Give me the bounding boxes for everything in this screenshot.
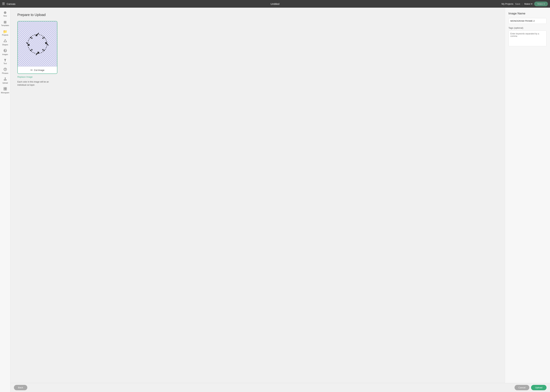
image-card: ✂ Cut Image xyxy=(17,21,57,74)
text-icon: T xyxy=(4,59,6,62)
svg-line-13 xyxy=(46,42,49,46)
svg-rect-8 xyxy=(5,87,7,89)
page-title: Prepare to Upload xyxy=(17,13,498,17)
topbar: ☰ Canvas Untitled My Projects Save | Mak… xyxy=(0,0,550,8)
sidebar-label-projects: Projects xyxy=(2,34,8,36)
document-title: Untitled xyxy=(271,2,280,5)
app-name: Canvas xyxy=(7,2,15,5)
images-icon xyxy=(3,49,7,53)
maker-button[interactable]: Maker ▾ xyxy=(524,3,532,5)
topbar-right: My Projects Save | Maker ▾ Make It xyxy=(501,1,548,6)
svg-rect-9 xyxy=(4,89,5,90)
sidebar-item-images[interactable]: Images xyxy=(1,48,10,56)
content-area: Prepare to Upload xyxy=(10,8,550,392)
svg-point-1 xyxy=(4,49,7,52)
tags-textarea[interactable] xyxy=(508,31,547,46)
svg-rect-7 xyxy=(4,87,5,89)
sidebar-label-new: New xyxy=(3,15,7,17)
image-name-input[interactable] xyxy=(508,18,547,24)
sidebar-item-shapes[interactable]: Shapes xyxy=(1,38,10,47)
maker-label: Maker xyxy=(524,3,530,5)
upload-button[interactable]: Upload xyxy=(531,385,547,390)
sidebar-label-shapes: Shapes xyxy=(2,44,8,46)
my-projects-link[interactable]: My Projects xyxy=(501,3,513,5)
projects-icon: 📁 xyxy=(3,29,7,34)
bottom-right-buttons: Cancel Upload xyxy=(515,385,547,390)
divider: | xyxy=(522,3,522,5)
main-layout: ⊕ New ⊞ Templates 📁 Projects Shapes Imag… xyxy=(0,8,550,392)
cut-image-bar: ✂ Cut Image xyxy=(18,67,57,73)
sidebar-item-phrases[interactable]: Phrases xyxy=(1,66,10,75)
sidebar-label-templates: Templates xyxy=(1,25,9,26)
sidebar-label-images: Images xyxy=(2,54,8,56)
right-panel: Image Name Tags (optional) xyxy=(505,8,550,383)
sidebar-item-monogram[interactable]: Monogram xyxy=(1,86,10,95)
cut-image-label: Cut Image xyxy=(34,69,44,71)
replace-image-link[interactable]: Replace Image xyxy=(17,76,498,78)
back-button[interactable]: Back xyxy=(14,385,27,390)
sidebar-label-phrases: Phrases xyxy=(2,72,8,74)
sidebar-item-upload[interactable]: Upload xyxy=(1,76,10,85)
sidebar-item-projects[interactable]: 📁 Projects xyxy=(1,28,10,37)
cut-image-svg xyxy=(23,30,51,58)
upload-icon xyxy=(3,77,7,82)
phrases-icon xyxy=(3,68,7,72)
shapes-icon xyxy=(3,39,7,43)
bottom-bar: Back Cancel Upload xyxy=(10,383,550,392)
sidebar-label-upload: Upload xyxy=(2,82,8,84)
make-it-button[interactable]: Make It xyxy=(534,1,548,6)
sidebar-label-monogram: Monogram xyxy=(1,92,9,94)
sidebar-item-new[interactable]: ⊕ New xyxy=(1,9,10,18)
upload-panel: Prepare to Upload xyxy=(10,8,550,383)
cancel-button[interactable]: Cancel xyxy=(515,385,529,390)
templates-icon: ⊞ xyxy=(4,20,7,24)
save-button[interactable]: Save xyxy=(515,3,520,5)
image-name-heading: Image Name xyxy=(508,12,547,15)
chevron-down-icon: ▾ xyxy=(531,3,532,5)
tags-label: Tags (optional) xyxy=(508,27,547,29)
monogram-icon xyxy=(3,87,7,91)
svg-marker-0 xyxy=(4,39,7,42)
sidebar: ⊕ New ⊞ Templates 📁 Projects Shapes Imag… xyxy=(0,8,10,392)
plus-icon: ⊕ xyxy=(4,10,7,14)
sidebar-item-text[interactable]: T Text xyxy=(1,57,10,65)
svg-point-2 xyxy=(4,50,5,50)
sidebar-item-templates[interactable]: ⊞ Templates xyxy=(1,19,10,28)
menu-icon[interactable]: ☰ xyxy=(2,2,5,6)
color-note: Each color in this image will be an indi… xyxy=(17,80,57,86)
svg-rect-10 xyxy=(5,89,7,90)
svg-rect-5 xyxy=(4,80,7,80)
scissors-icon: ✂ xyxy=(30,69,33,72)
image-preview xyxy=(18,21,57,67)
svg-line-15 xyxy=(26,42,29,46)
sidebar-label-text: Text xyxy=(3,63,7,64)
upload-main: Prepare to Upload xyxy=(10,8,505,383)
